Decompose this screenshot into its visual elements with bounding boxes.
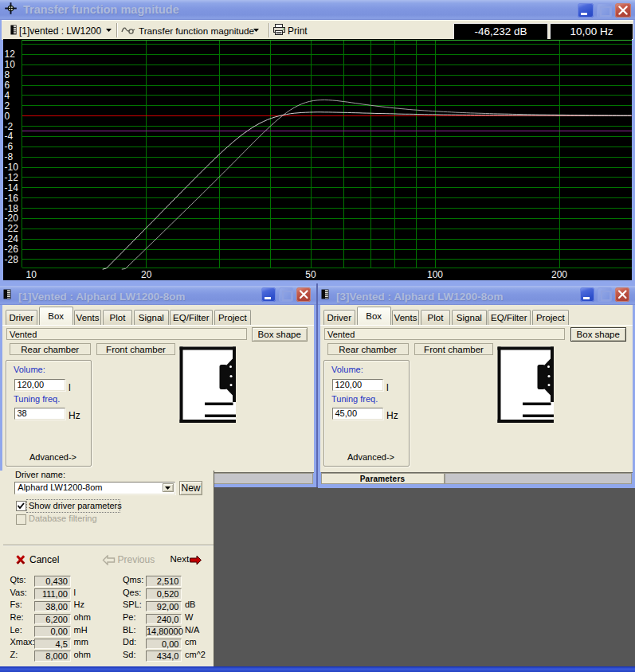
svg-text:200: 200 <box>551 269 567 280</box>
svg-text:4: 4 <box>5 90 10 101</box>
svg-text:-16: -16 <box>5 193 19 204</box>
svg-text:-18: -18 <box>5 203 19 214</box>
svg-text:2: 2 <box>5 100 10 111</box>
svg-text:-28: -28 <box>5 254 19 265</box>
svg-text:-4: -4 <box>5 131 14 142</box>
svg-text:-22: -22 <box>5 223 19 234</box>
svg-text:-8: -8 <box>5 151 14 162</box>
svg-text:8: 8 <box>5 69 10 80</box>
svg-text:-26: -26 <box>5 244 19 255</box>
svg-text:10: 10 <box>26 269 37 280</box>
svg-text:-24: -24 <box>5 233 19 244</box>
svg-text:-14: -14 <box>5 182 19 193</box>
svg-text:100: 100 <box>427 269 443 280</box>
svg-text:10: 10 <box>5 59 16 70</box>
svg-text:12: 12 <box>5 49 16 60</box>
svg-text:0: 0 <box>5 111 10 122</box>
svg-text:-10: -10 <box>5 162 19 173</box>
svg-text:50: 50 <box>305 269 316 280</box>
svg-text:-12: -12 <box>5 172 19 183</box>
svg-text:-6: -6 <box>5 141 14 152</box>
svg-text:20: 20 <box>141 269 152 280</box>
svg-text:-20: -20 <box>5 213 19 224</box>
svg-text:-2: -2 <box>5 121 14 132</box>
svg-text:6: 6 <box>5 80 10 91</box>
